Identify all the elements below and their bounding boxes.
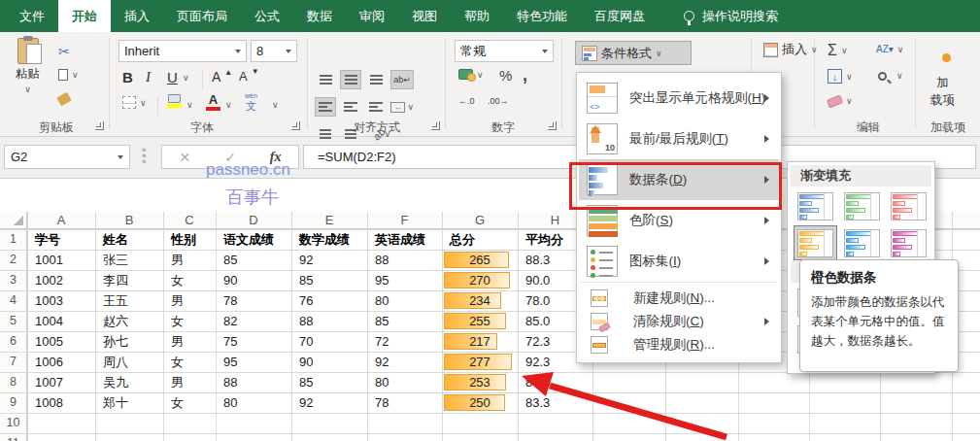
gradient-purple-data-bar[interactable] [887, 225, 930, 260]
cell-value[interactable]: 75 [223, 331, 237, 352]
tab-视图[interactable]: 视图 [398, 0, 451, 32]
fill-color-chevron[interactable]: ∨ [186, 100, 193, 110]
gradient-blue-data-bar[interactable] [794, 188, 837, 223]
row-header-1[interactable]: 1 [0, 229, 27, 250]
cell-value[interactable]: 234 [442, 290, 518, 311]
align-center-button[interactable] [340, 97, 361, 117]
phonetic-chevron[interactable]: ∨ [272, 100, 279, 110]
cell-value[interactable]: 85.0 [525, 311, 550, 331]
increase-decimal-button[interactable]: ←.0 [458, 96, 475, 106]
cell-value[interactable]: 92 [299, 392, 313, 413]
tab-审阅[interactable]: 审阅 [346, 0, 398, 32]
row-header-5[interactable]: 5 [0, 311, 27, 331]
font-color-chevron[interactable]: ∨ [225, 100, 232, 110]
header-cell-语文成绩[interactable]: 语文成绩 [223, 229, 274, 250]
align-left-button[interactable] [315, 97, 336, 117]
cell-value[interactable]: 270 [442, 270, 518, 290]
number-dialog-launcher[interactable] [548, 121, 557, 130]
cell-value[interactable]: 277 [442, 352, 518, 372]
borders-button[interactable]: ∨ [122, 96, 147, 109]
cell-value[interactable]: 88 [299, 311, 313, 331]
header-cell-数学成绩[interactable]: 数学成绩 [299, 229, 350, 250]
cell-value[interactable]: 赵六 [103, 311, 128, 331]
cell-value[interactable]: 王五 [103, 290, 128, 311]
tab-帮助[interactable]: 帮助 [451, 0, 503, 32]
column-header-G[interactable]: G [442, 212, 518, 229]
paste-button[interactable]: 粘贴 ∨ [16, 38, 40, 94]
find-select-button[interactable]: ∨ [878, 71, 903, 81]
cell-value[interactable]: 男 [171, 250, 184, 270]
cell-value[interactable]: 78.0 [525, 290, 550, 311]
cell-value[interactable]: 孙七 [103, 331, 128, 352]
cell-value[interactable]: 李四 [103, 270, 128, 290]
decrease-font-size-button[interactable]: A▼ [239, 69, 259, 84]
cell-value[interactable]: 88 [375, 250, 389, 270]
number-format-combobox[interactable]: 常规 [455, 40, 554, 62]
header-cell-平均分[interactable]: 平均分 [525, 229, 563, 250]
header-cell-姓名[interactable]: 姓名 [103, 229, 128, 250]
column-header-C[interactable]: C [163, 212, 216, 229]
header-cell-性别[interactable]: 性别 [171, 229, 196, 250]
cell-value[interactable]: 男 [171, 331, 184, 352]
cell-value[interactable]: 吴九 [103, 372, 128, 392]
cell-value[interactable]: 88.3 [525, 250, 550, 270]
insert-cells-button[interactable]: 插入 ∨ [763, 41, 818, 58]
cell-value[interactable]: 72.3 [525, 331, 550, 352]
autosum-button[interactable]: Σ∨ [828, 42, 847, 59]
menu-item-R[interactable]: 管理规则(R)... [579, 333, 779, 356]
comma-style-button[interactable]: , [523, 65, 527, 85]
cell-value[interactable]: 85 [223, 250, 237, 270]
cell-value[interactable]: 78 [375, 392, 389, 413]
merge-center-button[interactable]: ↔∨ [390, 97, 414, 117]
align-middle-button[interactable] [340, 70, 361, 89]
gradient-light-blue-data-bar[interactable] [840, 225, 884, 260]
row-header-2[interactable]: 2 [0, 250, 27, 270]
cell-value[interactable]: 92.3 [525, 352, 550, 372]
menu-item-N[interactable]: 新建规则(N)... [579, 287, 779, 310]
align-top-button[interactable] [315, 70, 336, 89]
row-header-3[interactable]: 3 [0, 270, 27, 290]
cell-value[interactable]: 80 [375, 372, 389, 392]
cell-value[interactable]: 女 [171, 270, 184, 290]
cell-value[interactable]: 男 [171, 290, 184, 311]
cell-value[interactable]: 70 [299, 331, 313, 352]
align-bottom-button[interactable] [365, 70, 387, 89]
sort-filter-button[interactable]: AZ▾∨ [876, 44, 903, 54]
gradient-green-data-bar[interactable] [840, 188, 884, 223]
header-cell-英语成绩[interactable]: 英语成绩 [375, 229, 425, 250]
cell-value[interactable]: 78 [223, 290, 237, 311]
tell-me-search[interactable]: 操作说明搜索 [702, 0, 778, 32]
cell-value[interactable]: 90 [299, 352, 313, 372]
cell-value[interactable]: 女 [171, 352, 184, 372]
row-header-4[interactable]: 4 [0, 290, 27, 311]
underline-menu-chevron[interactable]: ∨ [183, 73, 189, 83]
cell-value[interactable]: 217 [442, 331, 518, 352]
header-cell-总分[interactable]: 总分 [450, 229, 475, 250]
cell-value[interactable]: 95 [375, 270, 389, 290]
cell-value[interactable]: 1004 [35, 311, 63, 331]
header-cell-学号[interactable]: 学号 [35, 229, 60, 250]
addins-button[interactable]: 加 载项 [930, 75, 955, 109]
tab-开始[interactable]: 开始 [58, 0, 111, 32]
column-header-D[interactable]: D [216, 212, 291, 229]
font-name-combobox[interactable]: Inherit [118, 40, 247, 62]
formula-bar-grip[interactable]: ••• [142, 148, 147, 165]
wrap-text-button[interactable]: ab↵ [390, 70, 414, 89]
column-header-E[interactable]: E [291, 212, 367, 229]
cell-value[interactable]: 72 [375, 331, 389, 352]
menu-item-H[interactable]: <>突出显示单元格规则(H) [579, 78, 779, 119]
cell-value[interactable]: 88 [223, 372, 237, 392]
cell-value[interactable]: 76 [299, 290, 313, 311]
cell-value[interactable]: 265 [442, 250, 518, 270]
tab-百度网盘[interactable]: 百度网盘 [581, 0, 659, 32]
conditional-formatting-button[interactable]: 条件格式 ∨ [575, 41, 692, 65]
font-color-button[interactable]: A [206, 92, 220, 111]
select-all-corner[interactable] [0, 212, 27, 229]
bold-button[interactable]: B [122, 69, 133, 85]
cell-value[interactable]: 83.3 [525, 392, 550, 413]
font-size-combobox[interactable]: 8 [251, 40, 297, 62]
name-box[interactable]: G2 [4, 145, 130, 169]
column-header-A[interactable]: A [27, 212, 95, 229]
tab-公式[interactable]: 公式 [241, 0, 293, 32]
cell-value[interactable]: 80 [223, 392, 237, 413]
